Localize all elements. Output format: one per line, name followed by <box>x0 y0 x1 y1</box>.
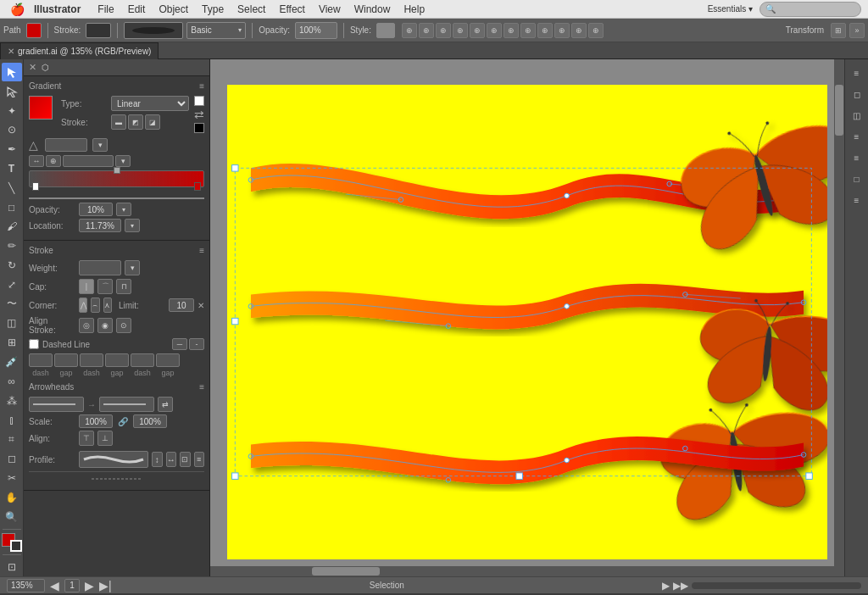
profile-select[interactable] <box>79 451 148 468</box>
right-panel-btn-6[interactable]: □ <box>847 169 867 189</box>
arrow-end-select[interactable] <box>99 397 154 412</box>
icon-btn-11[interactable]: ⊕ <box>571 23 587 38</box>
brush-preview[interactable] <box>124 22 183 39</box>
tool-type[interactable]: T <box>2 159 22 178</box>
tool-zoom[interactable]: 🔍 <box>2 508 22 526</box>
tool-slice[interactable]: ⌗ <box>2 430 22 448</box>
location-dropdown[interactable]: ▾ <box>125 219 140 232</box>
icon-btn-7[interactable]: ⊕ <box>504 23 519 38</box>
arrow-start-select[interactable] <box>29 397 84 412</box>
fill-color[interactable] <box>26 23 42 38</box>
gradient-panel-menu-icon[interactable]: ≡ <box>199 81 204 91</box>
white-swatch[interactable] <box>194 96 204 106</box>
tool-selection[interactable] <box>2 63 22 81</box>
v-scrollbar[interactable] <box>834 59 844 576</box>
weight-input[interactable] <box>79 260 121 275</box>
right-panel-btn-4[interactable]: ≡ <box>847 126 867 147</box>
brush-type-select[interactable]: Basic ▾ <box>186 22 246 39</box>
more-icon[interactable]: » <box>849 23 865 38</box>
close-tab-icon[interactable]: ✕ <box>8 47 14 56</box>
weight-dropdown[interactable]: ▾ <box>125 260 140 275</box>
tool-symbol[interactable]: ⁂ <box>2 392 22 410</box>
cap-butt[interactable]: | <box>79 279 94 294</box>
right-panel-btn-2[interactable]: ◻ <box>847 84 867 104</box>
stroke-color[interactable] <box>86 23 111 38</box>
menu-type[interactable]: Type <box>195 0 231 19</box>
icon-btn-2[interactable]: ⊕ <box>419 23 434 38</box>
play-btn[interactable]: ▶ <box>662 580 670 592</box>
tool-lasso[interactable]: ⊙ <box>2 120 22 139</box>
icon-btn-5[interactable]: ⊕ <box>470 23 485 38</box>
stroke-icon-1[interactable]: ▬ <box>111 114 126 130</box>
artboard-number[interactable]: 1 <box>64 579 80 592</box>
angle-dropdown[interactable]: ▾ <box>92 138 108 152</box>
tool-rotate[interactable]: ↻ <box>2 256 22 275</box>
gap-3[interactable] <box>156 353 180 367</box>
cap-square[interactable]: ⊓ <box>116 279 131 294</box>
tool-line[interactable]: ╲ <box>2 179 22 197</box>
document-tab[interactable]: ✕ gradient.ai @ 135% (RGB/Preview) <box>0 42 159 59</box>
v-scrollbar-thumb[interactable] <box>835 85 843 136</box>
flip-horizontal-btn[interactable]: ↔ <box>166 452 177 467</box>
tool-rect[interactable]: □ <box>2 198 22 217</box>
tool-scale[interactable]: ⤢ <box>2 275 22 294</box>
cap-round[interactable]: ⌒ <box>97 279 113 294</box>
last-artboard-btn[interactable]: ▶| <box>99 579 112 592</box>
tool-mesh[interactable]: ⊞ <box>2 333 22 352</box>
icon-btn-3[interactable]: ⊕ <box>436 23 451 38</box>
angle-input[interactable] <box>45 138 87 152</box>
profile-menu-btn[interactable]: ≡ <box>194 452 205 467</box>
stroke-title[interactable]: Stroke ≡ <box>29 246 204 255</box>
tool-paintbrush[interactable]: 🖌 <box>2 218 22 236</box>
dash-type-2[interactable]: - <box>189 338 204 350</box>
tool-eyedropper[interactable]: 💉 <box>2 353 22 371</box>
limit-input[interactable] <box>169 298 194 312</box>
tool-warp[interactable]: 〜 <box>2 295 22 314</box>
corner-round[interactable]: ⌢ <box>91 298 99 313</box>
icon-btn-10[interactable]: ⊕ <box>554 23 570 38</box>
stroke-icon-3[interactable]: ◪ <box>145 114 160 130</box>
location-value-input[interactable] <box>79 219 121 232</box>
opacity-value-input[interactable] <box>79 203 113 216</box>
search-box[interactable]: 🔍 <box>760 2 861 17</box>
tool-eraser[interactable]: ◻ <box>2 449 22 468</box>
corner-miter[interactable]: ⋀ <box>79 298 87 313</box>
stroke-panel-menu-icon[interactable]: ≡ <box>199 246 204 255</box>
right-panel-btn-5[interactable]: ≡ <box>847 147 867 168</box>
stop-btn[interactable]: ▶▶ <box>673 580 688 592</box>
menu-object[interactable]: Object <box>152 0 195 19</box>
opacity-input[interactable]: 100% <box>295 22 337 39</box>
dash-type-1[interactable]: ─ <box>172 338 187 350</box>
profile-reset-btn[interactable]: ⊡ <box>180 452 191 467</box>
align-btn-1[interactable]: ⊤ <box>79 431 94 446</box>
h-scrollbar-thumb[interactable] <box>312 567 380 576</box>
corner-bevel[interactable]: ⋏ <box>103 298 112 313</box>
tool-pen[interactable]: ✒ <box>2 140 22 158</box>
h-scrollbar[interactable] <box>210 566 834 576</box>
scale-1-input[interactable] <box>79 414 113 428</box>
style-preview[interactable] <box>376 23 395 38</box>
arrow-swap-btn[interactable]: ⇄ <box>158 397 173 412</box>
menu-edit[interactable]: Edit <box>121 0 153 19</box>
gradient-aspect-dropdown[interactable]: ▾ <box>115 155 131 167</box>
tool-gradient[interactable]: ◫ <box>2 314 22 333</box>
dashed-line-checkbox[interactable] <box>29 339 39 349</box>
dash-1[interactable] <box>29 353 53 367</box>
tool-screen-mode[interactable]: ⊡ <box>2 558 22 576</box>
icon-btn-6[interactable]: ⊕ <box>487 23 502 38</box>
icon-btn-8[interactable]: ⊕ <box>520 23 536 38</box>
tool-blend[interactable]: ∞ <box>2 372 22 391</box>
transform-icon[interactable]: ⊞ <box>831 23 846 38</box>
stroke-icon-2[interactable]: ◩ <box>128 114 143 130</box>
tool-scissors[interactable]: ✂ <box>2 469 22 487</box>
arrowheads-menu-icon[interactable]: ≡ <box>199 382 204 392</box>
align-outside[interactable]: ⊙ <box>116 318 131 333</box>
black-swatch[interactable] <box>194 123 204 133</box>
align-center[interactable]: ◎ <box>79 318 94 333</box>
menu-view[interactable]: View <box>312 0 348 19</box>
gradient-type-select[interactable]: Linear <box>111 96 189 111</box>
gradient-midpoint[interactable] <box>114 167 120 174</box>
flip-vertical-btn[interactable]: ↕ <box>152 452 163 467</box>
zoom-input[interactable]: 135% <box>7 579 45 592</box>
tool-direct-selection[interactable] <box>2 82 22 101</box>
